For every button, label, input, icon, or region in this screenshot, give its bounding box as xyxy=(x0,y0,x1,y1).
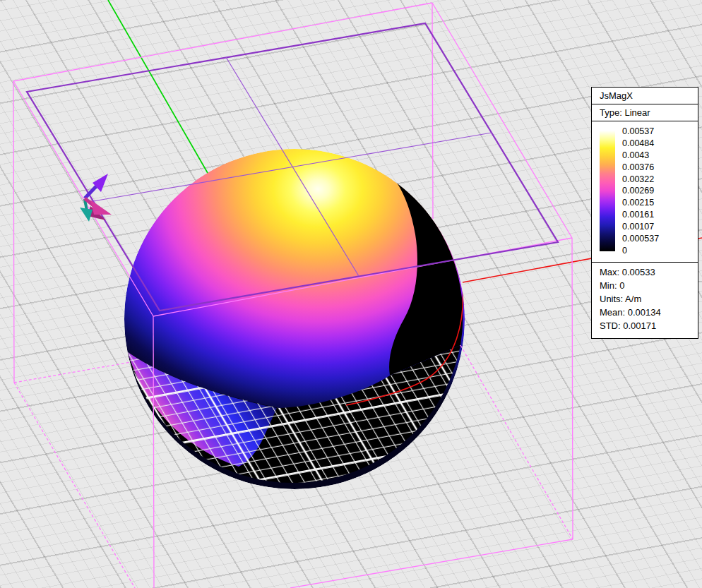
colorbar-tick: 0.00161 xyxy=(622,210,693,220)
colorbar-labels: 0.00537 0.00484 0.0043 0.00376 0.00322 0… xyxy=(622,126,693,256)
stat-units: Units: A/m xyxy=(600,294,698,307)
y-axis xyxy=(108,0,208,173)
colorbar-tick: 0.00215 xyxy=(622,198,693,208)
colorbar-tick: 0.00484 xyxy=(622,138,693,148)
colorbar-tick: 0.00322 xyxy=(622,174,693,184)
colorbar-tick: 0 xyxy=(622,246,693,256)
stat-std: STD: 0.00171 xyxy=(600,320,698,334)
colorbar-tick: 0.00537 xyxy=(622,126,693,136)
field-plot-legend: JsMagX Type: Linear 0.00537 0.00484 0.00… xyxy=(591,87,698,339)
colorbar-tick: 0.00107 xyxy=(622,222,693,232)
legend-colorbar-section: 0.00537 0.00484 0.0043 0.00376 0.00322 0… xyxy=(592,121,698,263)
stat-max: Max: 0.00533 xyxy=(600,267,698,280)
legend-scale-type: Type: Linear xyxy=(592,104,698,121)
y-arrow-head xyxy=(80,208,93,222)
colorbar-tick: 0.00269 xyxy=(622,186,693,196)
colorbar-tick: 0.00376 xyxy=(622,162,693,172)
viewport-3d[interactable]: JsMagX Type: Linear 0.00537 0.00484 0.00… xyxy=(0,0,702,588)
colorbar-tick: 0.000537 xyxy=(622,234,693,244)
legend-stats: Max: 0.00533 Min: 0 Units: A/m Mean: 0.0… xyxy=(592,263,698,338)
stat-min: Min: 0 xyxy=(600,280,698,294)
csys-triad xyxy=(80,174,112,222)
sphere-field-plot[interactable] xyxy=(124,149,465,489)
colorbar-tick: 0.0043 xyxy=(622,150,693,160)
legend-title: JsMagX xyxy=(592,88,698,104)
colorbar xyxy=(600,131,615,251)
stat-mean: Mean: 0.00134 xyxy=(600,307,698,320)
